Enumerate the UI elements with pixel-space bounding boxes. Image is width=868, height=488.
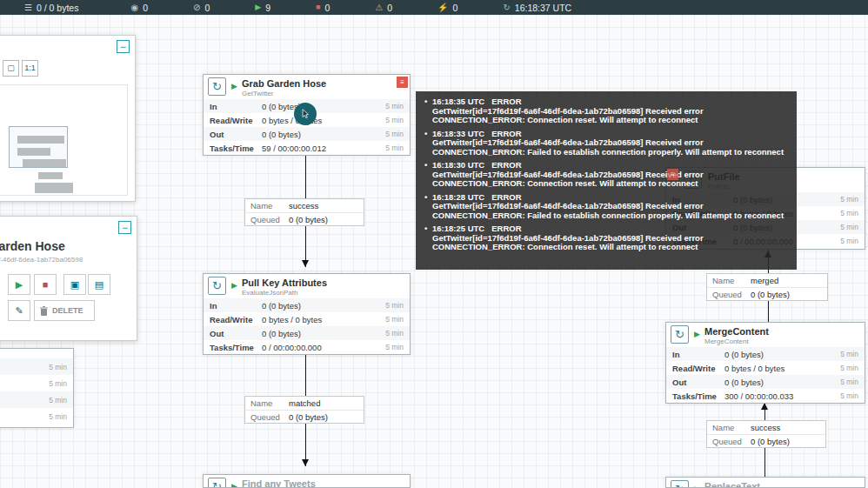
running-status-icon: ▶ (231, 281, 237, 290)
actual-size-button[interactable]: 1:1 (22, 60, 38, 77)
processor-header (0, 349, 73, 358)
stop-button[interactable]: ■ (34, 274, 57, 295)
paste-button[interactable]: ▤ (88, 274, 110, 295)
not-transmitting-value: 0 (204, 3, 210, 13)
stat-window: 5 min (43, 412, 67, 421)
processor-stats: 5 min 5 min 5 min 5 min (0, 358, 73, 424)
stat-window: 5 min (835, 378, 858, 386)
operate-palette: − Grab Garden Hose 17f6d19f-6a6f-46df-6d… (0, 216, 137, 341)
copy-button[interactable]: ▣ (63, 274, 86, 295)
stat-window: 5 min (380, 315, 404, 324)
stat-row-out: Out 0 (0 bytes) 5 min (204, 326, 410, 340)
connection-line-success-right-bottom[interactable] (765, 447, 765, 477)
stat-window: 5 min (380, 144, 404, 152)
stat-label: In (672, 350, 724, 359)
delete-button[interactable]: DELETE (34, 300, 95, 321)
disabled-value: 0 (453, 3, 458, 13)
queued-key: Queued (250, 215, 289, 224)
connection-label-merged[interactable]: Name merged Queued 0 (0 bytes) (706, 273, 828, 301)
selected-component-name: Grab Garden Hose (0, 239, 65, 253)
transmitting-stat: ◉ 0 (130, 3, 148, 13)
name-key: Name (250, 201, 289, 211)
processor-replacetext[interactable]: ↻ ▶ ReplaceText (665, 477, 865, 488)
processor-offscreen-left[interactable]: 5 min 5 min 5 min 5 min (0, 348, 74, 428)
birdseye-block (35, 183, 73, 193)
processor-mergecontent[interactable]: ↻ ▶ MergeContent MergeContent In 0 (0 by… (665, 322, 865, 404)
bulletin-level: ERROR (491, 129, 521, 138)
bulletin-badge-icon[interactable]: ≡ (667, 169, 678, 180)
last-refresh-time: 16:18:37 UTC (515, 3, 571, 13)
stat-label: Out (672, 378, 724, 387)
stat-value: 0 bytes / 0 bytes (724, 364, 785, 373)
stat-window: 5 min (835, 223, 858, 231)
processor-stats: In 0 (0 bytes) 5 min Read/Write 0 bytes … (204, 298, 410, 354)
bullet-icon: • (424, 193, 427, 203)
connection-label-success-top[interactable]: Name success Queued 0 (0 bytes) (244, 198, 364, 226)
stat-window: 5 min (43, 379, 67, 388)
stat-label: Read/Write (210, 315, 262, 324)
birdseye-map[interactable] (0, 84, 128, 196)
queued-key: Queued (712, 437, 751, 446)
disabled-stat: ⚡ 0 (437, 3, 457, 13)
bulletin-message: GetTwitter[id=17f6d19f-6a6f-46df-6dea-1a… (432, 234, 788, 252)
processor-header: ↻ ▶ MergeContent MergeContent (666, 323, 865, 347)
stat-window: 5 min (835, 209, 858, 217)
stat-value: 59 / 00:00:00.012 (262, 144, 326, 153)
collapse-navigate-button[interactable]: − (117, 40, 130, 53)
stat-window: 5 min (835, 195, 858, 204)
trash-icon (40, 306, 48, 316)
stat-value: 0 (0 bytes) (262, 130, 301, 139)
stat-window: 5 min (835, 364, 858, 372)
collapse-operate-button[interactable]: − (118, 221, 131, 234)
name-value: merged (751, 276, 778, 285)
processor-name: ReplaceText (704, 481, 760, 488)
bulletin-time: 16:18:35 UTC (432, 97, 484, 106)
stat-row-readwrite: Read/Write 0 bytes / 0 bytes 5 min (204, 312, 410, 326)
processor-header: ↻ ▶ Find any Tweets (204, 475, 410, 488)
processor-name: Pull Key Attributes (242, 277, 327, 288)
stat-value: 0 bytes / 0 bytes (262, 315, 322, 324)
connection-label-success-right[interactable]: Name success Queued 0 (0 bytes) (706, 420, 826, 448)
bullet-icon: • (424, 130, 427, 139)
processor-pull-key-attributes[interactable]: ↻ ▶ Pull Key Attributes EvaluateJsonPath… (203, 273, 411, 355)
stat-row-readwrite: Read/Write 0 bytes / 0 bytes 5 min (666, 361, 865, 375)
name-key: Name (712, 276, 751, 285)
stat-row-out: Out 0 (0 bytes) 5 min (666, 375, 865, 389)
bulletin-message: GetTwitter[id=17f6d19f-6a6f-46df-6dea-1a… (432, 107, 788, 125)
invalid-value: 0 (387, 3, 392, 13)
bulletin-level: ERROR (491, 97, 521, 106)
stat-value: 0 (0 bytes) (262, 301, 301, 311)
bulletin-level: ERROR (491, 224, 521, 233)
processor-name: Grab Garden Hose (242, 78, 326, 89)
bulletin-badge-icon[interactable]: ≡ (397, 77, 408, 88)
stat-label: In (210, 301, 262, 311)
bullet-icon: • (424, 224, 427, 234)
invalid-icon: ⚠ (375, 3, 383, 12)
bulletin-entry: • 16:18:33 UTCERROR GetTwitter[id=17f6d1… (424, 130, 788, 157)
transmitting-icon: ◉ (130, 3, 138, 12)
queued-icon: ☰ (24, 3, 32, 12)
stat-row: 5 min (0, 408, 73, 424)
name-key: Name (250, 398, 289, 408)
running-status-icon: ▶ (231, 82, 237, 90)
connection-queued-row: Queued 0 (0 bytes) (245, 212, 364, 225)
processor-name: Find any Tweets (242, 478, 316, 488)
mouse-pointer-icon (294, 103, 317, 125)
stat-window: 5 min (835, 237, 858, 245)
invalid-stat: ⚠ 0 (375, 3, 392, 13)
connection-line-merged-bottom[interactable] (768, 300, 769, 322)
stat-window: 5 min (835, 350, 858, 358)
stopped-stat: ■ 0 (316, 3, 330, 13)
zoom-fit-button[interactable]: ▢ (3, 60, 19, 77)
processor-icon: ↻ (671, 480, 689, 488)
processor-find-any-tweets[interactable]: ↻ ▶ Find any Tweets (203, 474, 411, 488)
name-value: success (289, 201, 318, 211)
stat-label: Tasks/Time (672, 391, 724, 401)
change-color-button[interactable]: ✎ (8, 300, 30, 321)
transmitting-value: 0 (143, 3, 148, 13)
connection-label-matched[interactable]: Name matched Queued 0 (0 bytes) (244, 396, 364, 424)
disabled-icon: ⚡ (437, 3, 448, 12)
running-stat: ▶ 9 (255, 3, 270, 13)
start-button[interactable]: ▶ (8, 274, 30, 295)
queued-value: 0 (0 bytes) (289, 412, 328, 422)
